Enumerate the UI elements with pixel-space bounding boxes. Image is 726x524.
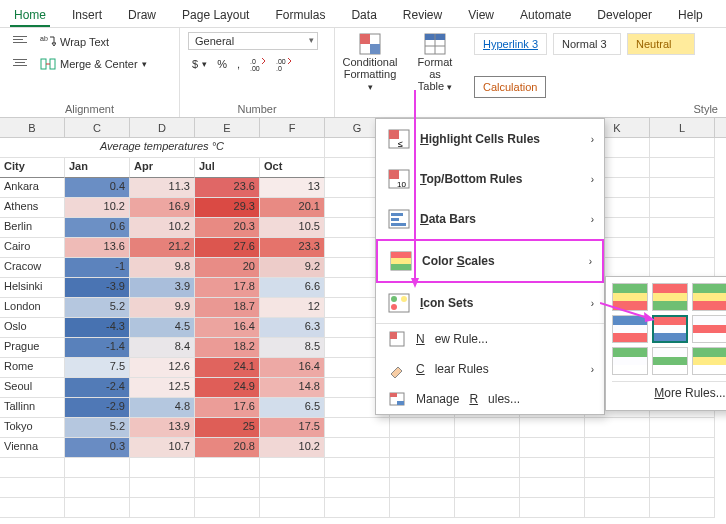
cell[interactable]: 8.5 — [260, 338, 325, 358]
number-format-dropdown[interactable]: General — [188, 32, 318, 50]
cell[interactable] — [130, 498, 195, 518]
cell[interactable]: -1 — [65, 258, 130, 278]
cell[interactable] — [650, 458, 715, 478]
cell[interactable] — [650, 138, 715, 158]
cell[interactable]: 6.6 — [260, 278, 325, 298]
cell[interactable]: 16.9 — [130, 198, 195, 218]
cell[interactable]: 24.9 — [195, 378, 260, 398]
col-header-C[interactable]: C — [65, 118, 130, 137]
color-scale-thumb-8[interactable] — [612, 347, 648, 375]
cell[interactable]: 23.6 — [195, 178, 260, 198]
tab-help[interactable]: Help — [674, 6, 707, 27]
cell[interactable] — [650, 438, 715, 458]
cell[interactable]: 25 — [195, 418, 260, 438]
cell[interactable]: 16.4 — [195, 318, 260, 338]
cell[interactable]: 0.6 — [65, 218, 130, 238]
cell[interactable]: 18.7 — [195, 298, 260, 318]
style-calculation[interactable]: Calculation — [474, 76, 546, 98]
cell[interactable] — [650, 418, 715, 438]
cell[interactable] — [650, 478, 715, 498]
tab-view[interactable]: View — [464, 6, 498, 27]
col-header-D[interactable]: D — [130, 118, 195, 137]
cell[interactable]: 17.6 — [195, 398, 260, 418]
cell[interactable]: 20.1 — [260, 198, 325, 218]
cell[interactable] — [520, 498, 585, 518]
align-top-button[interactable] — [8, 32, 32, 52]
cell[interactable]: 18.2 — [195, 338, 260, 358]
cell[interactable]: Jan — [65, 158, 130, 178]
cf-menu-manage-rules[interactable]: Manage Rules... — [376, 384, 604, 414]
cell[interactable]: 21.2 — [130, 238, 195, 258]
cell[interactable]: 29.3 — [195, 198, 260, 218]
cell[interactable]: London — [0, 298, 65, 318]
cell[interactable]: 5.2 — [65, 298, 130, 318]
color-scale-thumb-6[interactable] — [692, 315, 726, 343]
tab-formulas[interactable]: Formulas — [271, 6, 329, 27]
cell[interactable] — [585, 498, 650, 518]
cell[interactable]: 11.3 — [130, 178, 195, 198]
cell[interactable]: 16.4 — [260, 358, 325, 378]
color-scale-thumb-9[interactable] — [652, 347, 688, 375]
cell[interactable]: 13 — [260, 178, 325, 198]
cell[interactable] — [650, 178, 715, 198]
cell[interactable] — [195, 458, 260, 478]
cell[interactable] — [65, 498, 130, 518]
cell[interactable]: 20.8 — [195, 438, 260, 458]
cell[interactable] — [0, 498, 65, 518]
cell[interactable]: City — [0, 158, 65, 178]
cell[interactable]: Berlin — [0, 218, 65, 238]
cell[interactable]: Tallinn — [0, 398, 65, 418]
cell[interactable]: 9.9 — [130, 298, 195, 318]
cell[interactable] — [325, 478, 390, 498]
cell[interactable] — [455, 458, 520, 478]
cell[interactable] — [65, 458, 130, 478]
cf-menu-clear-rules[interactable]: Clear Rules› — [376, 354, 604, 384]
style-hyperlink[interactable]: Hyperlink 3 — [474, 33, 547, 55]
cell[interactable]: 13.6 — [65, 238, 130, 258]
cell[interactable]: -4.3 — [65, 318, 130, 338]
cell[interactable] — [520, 438, 585, 458]
cell[interactable]: 17.8 — [195, 278, 260, 298]
tab-home[interactable]: Home — [10, 6, 50, 27]
style-normal[interactable]: Normal 3 — [553, 33, 621, 55]
col-header-B[interactable]: B — [0, 118, 65, 137]
cell[interactable] — [650, 238, 715, 258]
cell[interactable]: -2.9 — [65, 398, 130, 418]
cell[interactable]: 10.5 — [260, 218, 325, 238]
cell[interactable]: 10.2 — [65, 198, 130, 218]
cell[interactable] — [585, 478, 650, 498]
cell[interactable] — [650, 158, 715, 178]
cell[interactable]: Cairo — [0, 238, 65, 258]
tab-review[interactable]: Review — [399, 6, 446, 27]
tab-developer[interactable]: Developer — [593, 6, 656, 27]
col-header-F[interactable]: F — [260, 118, 325, 137]
cell[interactable] — [325, 438, 390, 458]
cell[interactable]: 23.3 — [260, 238, 325, 258]
cell[interactable]: Jul — [195, 158, 260, 178]
cell[interactable] — [390, 438, 455, 458]
cell[interactable] — [195, 478, 260, 498]
tab-page-layout[interactable]: Page Layout — [178, 6, 253, 27]
cell[interactable]: 5.2 — [65, 418, 130, 438]
cell[interactable]: 12.5 — [130, 378, 195, 398]
conditional-formatting-button[interactable]: Conditional Formatting ▾ — [335, 28, 405, 117]
cell[interactable] — [520, 478, 585, 498]
cell[interactable]: 17.5 — [260, 418, 325, 438]
color-scale-thumb-2[interactable] — [692, 283, 726, 311]
cell[interactable] — [130, 478, 195, 498]
comma-button[interactable]: , — [233, 54, 244, 74]
cell[interactable] — [650, 258, 715, 278]
cell[interactable] — [325, 498, 390, 518]
cell[interactable]: 12.6 — [130, 358, 195, 378]
cell[interactable]: 13.9 — [130, 418, 195, 438]
cell[interactable] — [325, 418, 390, 438]
cell[interactable]: 0.4 — [65, 178, 130, 198]
cell[interactable]: 6.3 — [260, 318, 325, 338]
cell[interactable] — [650, 498, 715, 518]
cell[interactable]: Tokyo — [0, 418, 65, 438]
cell[interactable] — [390, 478, 455, 498]
cell[interactable] — [390, 498, 455, 518]
cell[interactable]: 20.3 — [195, 218, 260, 238]
tab-draw[interactable]: Draw — [124, 6, 160, 27]
cell[interactable] — [65, 478, 130, 498]
